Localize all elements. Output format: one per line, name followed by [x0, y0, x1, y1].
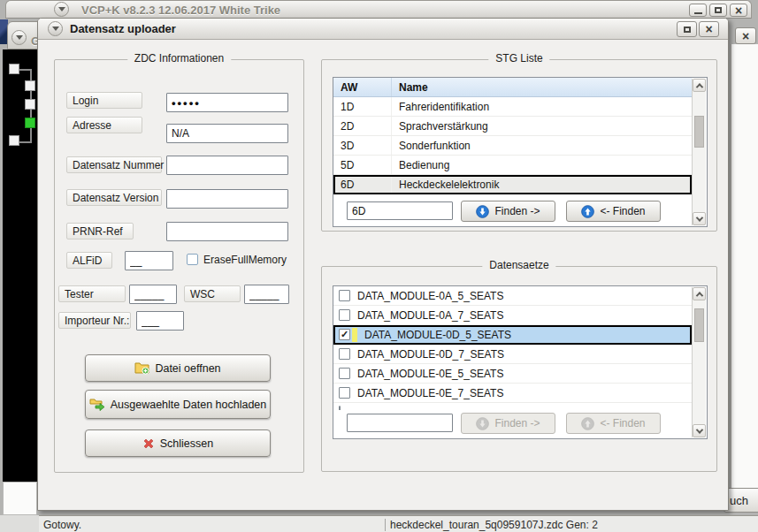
- stg-cell-name: Sprachverstärkung: [392, 117, 692, 135]
- datensaetze-search-input[interactable]: [347, 414, 453, 432]
- stg-finden-next-button[interactable]: Finden ->: [461, 201, 555, 222]
- item-label: DATA_MODULE-0D_5_SEATS: [364, 329, 511, 341]
- scroll-down-button[interactable]: [693, 424, 706, 437]
- login-label: Login: [66, 92, 142, 109]
- background-panel-fragment: [3, 482, 37, 515]
- scrollbar-thumb[interactable]: [694, 308, 704, 342]
- tester-label: Tester: [58, 285, 126, 302]
- status-file-text: heckdeckel_touran_5q0959107J.zdc Gen: 2: [385, 519, 598, 531]
- stg-table-row[interactable]: 1DFahreridentifikation: [333, 97, 692, 117]
- item-checkbox[interactable]: [339, 406, 341, 410]
- item-checkbox[interactable]: [339, 368, 350, 379]
- scroll-up-button[interactable]: [693, 287, 706, 300]
- arrow-down-circle-icon: [476, 205, 489, 218]
- datensaetze-list-item[interactable]: DATA_MODULE-0E_7_SEATS: [333, 384, 692, 403]
- item-label: DATA_MODULE-0E_7_SEATS: [357, 387, 503, 399]
- item-checkbox[interactable]: [339, 309, 350, 321]
- login-input[interactable]: [166, 93, 288, 112]
- dialog-title: Datensatz uploader: [70, 22, 176, 35]
- datensaetze-finden-prev-label: <- Finden: [600, 417, 645, 429]
- folder-open-icon: [134, 361, 149, 375]
- stg-search-input[interactable]: [347, 201, 453, 220]
- adresse-input[interactable]: [166, 124, 288, 143]
- scroll-down-button[interactable]: [693, 212, 706, 225]
- datensaetze-group-title: Datensaetze: [482, 259, 555, 271]
- datensaetze-list-item[interactable]: DATA_MODULE-0A_7_SEATS: [333, 306, 692, 325]
- datensatz-nummer-input[interactable]: [166, 156, 288, 175]
- minimize-button[interactable]: [689, 4, 707, 17]
- status-bar-fragment: [0, 515, 39, 532]
- main-window-titlebar: VCP+K v8.2.3 12.06.2017 White Trike ×: [5, 0, 752, 19]
- chevron-down-icon: [52, 27, 59, 34]
- close-button[interactable]: ×: [730, 4, 747, 17]
- wsc-label: WSC: [184, 285, 241, 302]
- prnr-ref-input[interactable]: [166, 222, 288, 241]
- stg-cell-aw: 3D: [333, 136, 392, 155]
- tester-input[interactable]: [129, 285, 177, 304]
- stg-group-title: STG Liste: [488, 52, 549, 65]
- selection-highlight-stripe: [352, 328, 357, 342]
- stg-table-header: AW Name: [333, 78, 692, 97]
- stg-cell-name: Bedienung: [392, 156, 692, 174]
- maximize-icon: [715, 7, 722, 13]
- datei-oeffnen-label: Datei oeffnen: [155, 362, 220, 375]
- importeur-nr-input[interactable]: [136, 311, 184, 331]
- stg-cell-aw: 2D: [333, 117, 392, 135]
- checkbox-checked-icon[interactable]: ✓: [339, 329, 350, 340]
- dialog-maximize-button[interactable]: [677, 21, 697, 37]
- stg-finden-prev-button[interactable]: <- Finden: [566, 201, 661, 222]
- stg-cell-aw: 6D: [333, 175, 392, 194]
- main-window-menu-icon[interactable]: [54, 2, 69, 17]
- stg-finden-next-label: Finden ->: [494, 205, 540, 217]
- close-icon: ×: [705, 23, 712, 35]
- topology-node-active[interactable]: [25, 118, 35, 128]
- datei-oeffnen-button[interactable]: Datei oeffnen: [85, 354, 271, 382]
- stg-table: AW Name 1DFahreridentifikation2DSprachve…: [333, 77, 708, 227]
- alfid-input[interactable]: [125, 251, 173, 270]
- datensatz-nummer-label: Datensatz Nummer: [66, 156, 162, 173]
- arrow-up-circle-icon: [581, 417, 594, 430]
- datensaetze-partial-row: [333, 403, 692, 410]
- chevron-down-icon: [58, 7, 65, 15]
- item-label: DATA_MODULE-0A_5_SEATS: [357, 290, 503, 302]
- screen: VCP+K v8.2.3 12.06.2017 White Trike × Ge…: [0, 0, 758, 532]
- stg-table-row[interactable]: 6DHeckdeckelelektronik: [333, 175, 692, 194]
- prnr-ref-label: PRNR-Ref: [66, 223, 134, 239]
- stg-header-aw: AW: [333, 78, 392, 96]
- topology-node[interactable]: [25, 80, 35, 91]
- dialog-titlebar[interactable]: Datensatz uploader ×: [38, 19, 728, 40]
- chevron-down-icon: [695, 214, 702, 221]
- main-window-title: VCP+K v8.2.3 12.06.2017 White Trike: [81, 4, 280, 17]
- stg-table-row[interactable]: 3DSonderfunktion: [333, 136, 692, 156]
- datensaetze-list-item[interactable]: DATA_MODULE-0A_5_SEATS: [333, 286, 692, 306]
- wsc-input[interactable]: [244, 285, 289, 304]
- datensatz-version-input[interactable]: [166, 189, 288, 209]
- topology-node[interactable]: [9, 135, 19, 146]
- item-checkbox[interactable]: [339, 290, 350, 301]
- topology-node[interactable]: [9, 64, 19, 74]
- datensaetze-list: DATA_MODULE-0A_5_SEATSDATA_MODULE-0A_7_S…: [333, 285, 708, 439]
- daten-hochladen-button[interactable]: Ausgewaehlte Daten hochladen: [85, 390, 271, 419]
- item-checkbox[interactable]: [339, 387, 350, 399]
- erase-full-memory-checkbox[interactable]: [187, 254, 198, 265]
- chevron-up-icon: [695, 292, 702, 299]
- background-window-menu-icon[interactable]: [11, 30, 27, 45]
- scrollbar-thumb[interactable]: [694, 116, 704, 148]
- datensaetze-list-item[interactable]: DATA_MODULE-0D_7_SEATS: [333, 345, 692, 364]
- datensaetze-list-item[interactable]: ✓DATA_MODULE-0D_5_SEATS: [333, 325, 692, 345]
- datensaetze-scrollbar[interactable]: [692, 287, 706, 437]
- topology-node[interactable]: [25, 99, 35, 110]
- item-checkbox[interactable]: [339, 348, 350, 360]
- datensaetze-list-item[interactable]: DATA_MODULE-0E_5_SEATS: [333, 364, 692, 384]
- dialog-menu-icon[interactable]: [48, 21, 63, 36]
- scroll-up-button[interactable]: [693, 79, 706, 92]
- stg-table-row[interactable]: 2DSprachverstärkung: [333, 117, 692, 136]
- stg-table-row[interactable]: 5DBedienung: [333, 156, 692, 175]
- maximize-button[interactable]: [709, 4, 727, 17]
- dialog-close-button[interactable]: ×: [699, 21, 719, 37]
- stg-scrollbar[interactable]: [692, 79, 706, 225]
- background-close-button[interactable]: ×: [735, 27, 756, 44]
- datensatz-version-label: Datensatz Version: [66, 189, 162, 206]
- close-icon: ×: [742, 30, 749, 42]
- schliessen-button[interactable]: Schliessen: [85, 429, 271, 457]
